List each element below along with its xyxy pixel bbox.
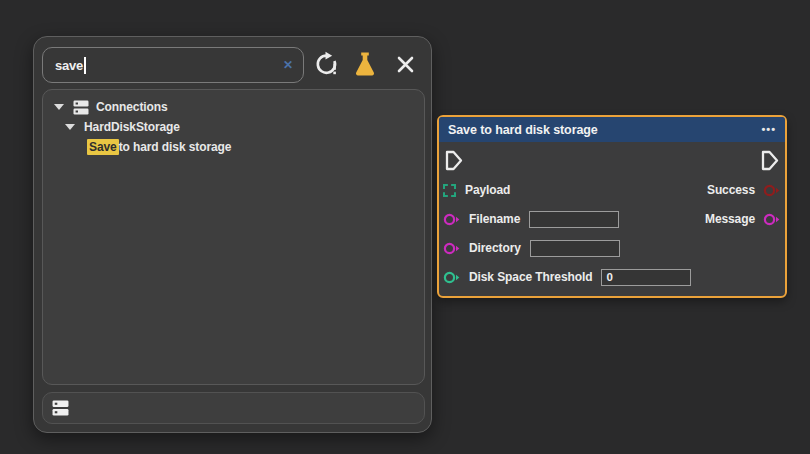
text-cursor xyxy=(84,57,86,74)
port-label: Filename xyxy=(469,212,520,226)
node-menu-button[interactable]: ••• xyxy=(761,124,776,135)
input-row-filename: Filename xyxy=(443,209,619,229)
search-input[interactable]: save ✕ xyxy=(42,47,304,83)
tree-root-label: Connections xyxy=(96,100,168,114)
tree-group-harddiskstorage[interactable]: HardDiskStorage xyxy=(43,117,424,137)
port-label: Payload xyxy=(465,183,510,197)
caret-down-icon[interactable] xyxy=(54,104,64,110)
number-port-icon[interactable] xyxy=(443,270,460,285)
status-port-icon[interactable] xyxy=(763,183,780,198)
refresh-button[interactable] xyxy=(311,49,341,79)
payload-any-port-icon[interactable] xyxy=(443,184,456,197)
refresh-exclamation-icon xyxy=(313,51,339,77)
string-port-icon[interactable] xyxy=(763,212,780,227)
palette-header: save ✕ xyxy=(34,37,431,89)
node-save-to-hard-disk-storage[interactable]: Save to hard disk storage ••• Payload xyxy=(437,115,787,298)
exec-in-pin[interactable] xyxy=(444,149,464,176)
node-title-bar[interactable]: Save to hard disk storage ••• xyxy=(439,117,785,142)
tree-group-label: HardDiskStorage xyxy=(84,120,180,134)
caret-down-icon[interactable] xyxy=(65,124,75,130)
search-match-highlight: Save xyxy=(87,139,119,155)
flask-icon xyxy=(353,51,377,77)
output-row-success: Success xyxy=(707,180,780,200)
port-label: Success xyxy=(707,183,755,197)
tree-item-save-to-hard-disk-storage[interactable]: Save to hard disk storage xyxy=(43,137,424,157)
directory-field[interactable] xyxy=(530,240,620,257)
node-palette-panel: save ✕ xyxy=(33,36,432,433)
filename-field[interactable] xyxy=(529,211,619,228)
tree-root-connections[interactable]: Connections xyxy=(43,97,424,117)
search-clear-icon[interactable]: ✕ xyxy=(283,59,293,71)
string-port-icon[interactable] xyxy=(443,212,460,227)
node-body: Payload Filename Directory xyxy=(439,142,785,296)
input-row-disk-space-threshold: Disk Space Threshold xyxy=(443,267,691,287)
filter-flask-button[interactable] xyxy=(350,49,380,79)
server-stack-icon xyxy=(52,400,69,416)
disk-space-threshold-field[interactable] xyxy=(601,269,691,286)
port-label: Disk Space Threshold xyxy=(469,270,592,284)
tree-item-label: to hard disk storage xyxy=(119,140,232,154)
input-row-directory: Directory xyxy=(443,238,620,258)
input-row-payload: Payload xyxy=(443,180,510,200)
search-input-value: save xyxy=(55,58,83,73)
server-stack-icon xyxy=(73,100,89,115)
close-icon xyxy=(396,55,415,74)
close-button[interactable] xyxy=(390,49,420,79)
string-port-icon[interactable] xyxy=(443,241,460,256)
exec-out-pin[interactable] xyxy=(760,149,780,176)
port-label: Directory xyxy=(469,241,521,255)
node-title: Save to hard disk storage xyxy=(448,123,598,137)
port-label: Message xyxy=(705,212,755,226)
output-row-message: Message xyxy=(705,209,780,229)
node-tree: Connections HardDiskStorage Save to hard… xyxy=(42,89,425,385)
palette-footer-bar[interactable] xyxy=(42,392,425,424)
